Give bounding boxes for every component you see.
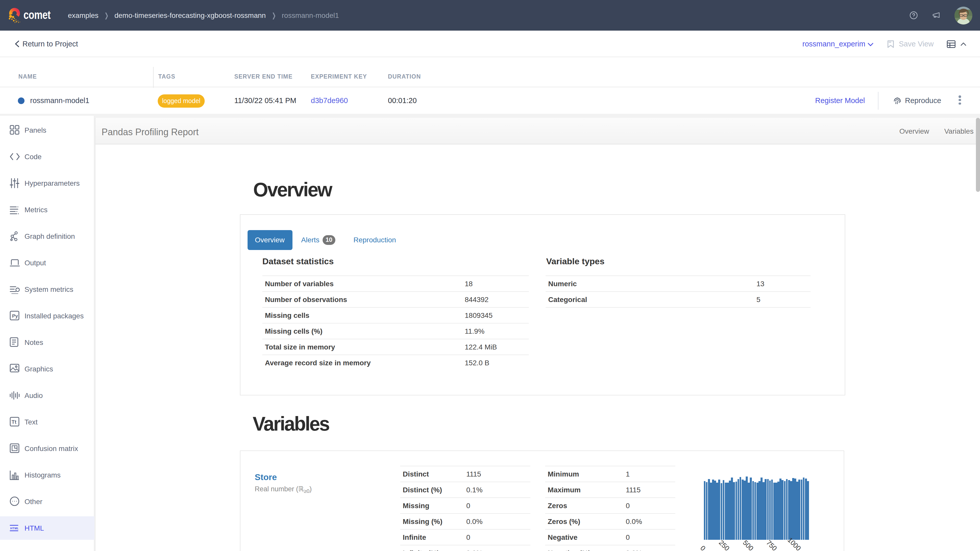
- svg-text:HTML: HTML: [10, 527, 18, 530]
- svg-text:Tt: Tt: [11, 419, 16, 425]
- svg-text:Py: Py: [12, 313, 18, 319]
